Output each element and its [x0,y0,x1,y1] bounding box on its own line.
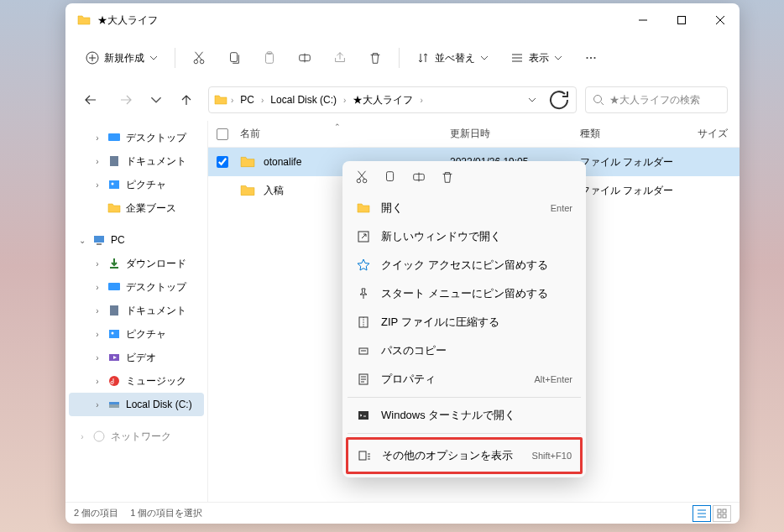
menu-pin-quick[interactable]: クイック アクセスにピン留めする [348,251,581,279]
search-placeholder: ★大人ライフの検索 [609,93,700,107]
history-button[interactable] [148,86,165,113]
column-date[interactable]: 更新日時 [450,127,580,141]
separator [399,48,400,68]
sidebar-item-music[interactable]: ›ミュージック [69,369,204,393]
refresh-button[interactable] [547,88,571,112]
column-headers: ⌃ 名前 更新日時 種類 サイズ [208,121,740,148]
star-icon [356,258,371,272]
select-all-checkbox[interactable] [208,128,237,140]
up-button[interactable] [173,86,200,113]
copy-icon[interactable] [383,170,398,187]
sidebar-item-documents2[interactable]: ›ドキュメント [69,299,204,322]
sidebar-item-pc[interactable]: ⌄PC [69,228,204,252]
folder-icon [356,201,371,215]
explorer-window: ★大人ライフ 新規作成 並べ替え 表示 [65,3,740,524]
svg-point-22 [112,332,114,335]
file-list: ⌃ 名前 更新日時 種類 サイズ otonalife 2022/01/26 19… [208,121,740,502]
sidebar-item-localdisk[interactable]: ›Local Disk (C:) [69,393,204,416]
sidebar-item-desktop[interactable]: ›デスクトップ [69,126,204,149]
column-size[interactable]: サイズ [698,127,740,141]
status-bar: 2 個の項目 1 個の項目を選択 [65,502,740,524]
sidebar-item-documents[interactable]: ›ドキュメント [69,149,204,173]
sidebar-item-business[interactable]: 企業ブース [69,196,204,220]
svg-rect-6 [266,54,274,64]
menu-pin-start[interactable]: スタート メニューにピン留めする [348,279,581,308]
new-window-icon [356,230,371,243]
view-button[interactable]: 表示 [502,46,571,70]
address-bar[interactable]: › PC › Local Disk (C:) › ★大人ライフ › [208,86,577,113]
delete-icon[interactable] [440,170,455,187]
menu-more-options[interactable]: その他のオプションを表示Shift+F10 [348,440,580,472]
svg-point-24 [109,376,119,386]
thumbnails-view-button[interactable] [713,505,731,522]
svg-rect-5 [231,53,238,62]
svg-rect-40 [718,514,721,518]
details-view-button[interactable] [693,505,711,522]
sidebar-item-pictures[interactable]: ›ピクチャ [69,173,204,196]
title-bar: ★大人ライフ [65,3,740,37]
svg-rect-39 [723,509,726,513]
highlighted-annotation: その他のオプションを表示Shift+F10 [346,437,583,474]
window-title: ★大人ライフ [97,13,624,28]
menu-copy-path[interactable]: パスのコピー [348,336,581,365]
menu-open[interactable]: 開くEnter [348,194,581,222]
zip-icon [356,316,371,329]
breadcrumb-disk[interactable]: Local Disk (C:) [267,92,340,107]
svg-point-9 [586,57,588,59]
rename-button[interactable] [290,43,320,73]
row-checkbox[interactable] [217,156,228,168]
svg-point-16 [112,183,114,185]
sidebar-item-network[interactable]: ›ネットワーク [69,425,204,448]
navigation-pane: ›デスクトップ ›ドキュメント ›ピクチャ 企業ブース ⌄PC ›ダウンロード … [65,121,208,502]
delete-button[interactable] [360,43,390,73]
column-type[interactable]: 種類 [580,127,698,141]
paste-button[interactable] [254,43,285,73]
svg-rect-26 [109,402,119,404]
folder-icon [77,13,91,27]
cut-button[interactable] [184,43,214,73]
svg-rect-14 [110,156,118,166]
menu-zip[interactable]: ZIP ファイルに圧縮する [348,308,581,336]
sort-indicator-icon: ⌃ [334,123,341,131]
sidebar-item-videos[interactable]: ›ビデオ [69,346,204,369]
pin-icon [356,287,371,300]
chevron-right-icon: › [420,96,422,105]
svg-rect-38 [718,509,721,513]
breadcrumb-pc[interactable]: PC [237,92,258,107]
new-label: 新規作成 [104,51,144,65]
share-button[interactable] [325,43,355,73]
breadcrumb-folder[interactable]: ★大人ライフ [349,91,416,109]
sort-label: 並べ替え [435,51,475,65]
cut-icon[interactable] [354,170,369,187]
separator [175,48,175,68]
search-box[interactable]: ★大人ライフの検索 [585,86,728,113]
context-menu: 開くEnter 新しいウィンドウで開く クイック アクセスにピン留めする スター… [342,161,586,477]
svg-rect-30 [387,172,394,181]
svg-rect-15 [109,180,119,189]
menu-terminal[interactable]: Windows ターミナルで開く [348,401,581,430]
minimize-button[interactable] [624,7,662,34]
svg-point-4 [200,60,204,64]
svg-rect-17 [94,236,104,243]
sidebar-item-pictures2[interactable]: ›ピクチャ [69,322,204,346]
new-button[interactable]: 新規作成 [77,46,166,70]
chevron-right-icon: › [261,96,264,105]
svg-rect-21 [109,330,119,338]
address-dropdown[interactable] [520,88,544,112]
status-count: 2 個の項目 [74,507,118,519]
maximize-button[interactable] [662,7,701,34]
copy-button[interactable] [219,43,249,73]
sort-button[interactable]: 並べ替え [408,46,497,70]
forward-button[interactable] [112,86,139,113]
sidebar-item-desktop2[interactable]: ›デスクトップ [69,275,204,299]
folder-icon [240,183,255,198]
rename-icon[interactable] [411,170,426,187]
close-button[interactable] [701,7,740,34]
back-button[interactable] [77,86,104,113]
more-button[interactable] [576,43,606,73]
menu-new-window[interactable]: 新しいウィンドウで開く [348,222,581,251]
menu-properties[interactable]: プロパティAlt+Enter [348,365,581,394]
svg-point-11 [593,57,595,59]
column-name[interactable]: 名前 [237,127,450,141]
sidebar-item-downloads[interactable]: ›ダウンロード [69,252,204,275]
